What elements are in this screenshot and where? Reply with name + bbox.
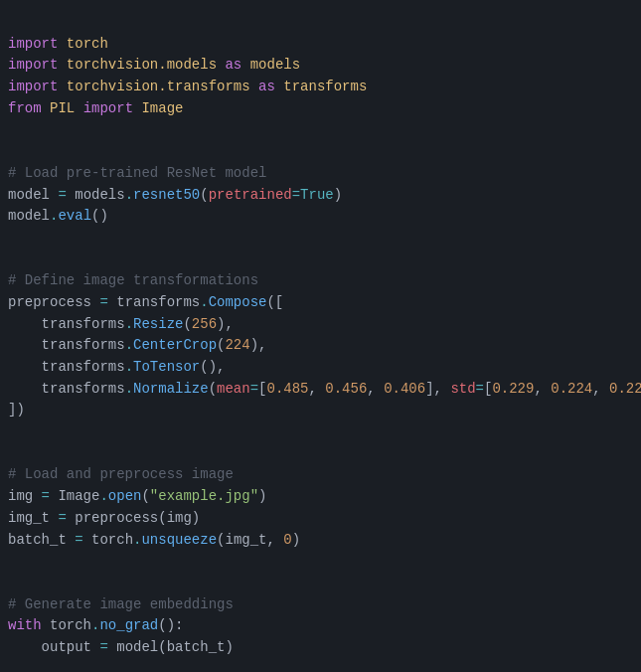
line-15: # Load and preprocess image bbox=[8, 466, 234, 482]
line-2: import torchvision.models as models bbox=[8, 57, 300, 73]
line-5: # Load pre-trained ResNet model bbox=[8, 165, 266, 181]
line-3: import torchvision.transforms as transfo… bbox=[8, 79, 367, 94]
line-12: transforms.ToTensor(), bbox=[8, 359, 225, 375]
line-14: ]) bbox=[8, 402, 25, 418]
line-6: model = models.resnet50(pretrained=True) bbox=[8, 187, 342, 203]
code-editor: import torch import torchvision.models a… bbox=[8, 12, 633, 672]
line-11: transforms.CenterCrop(224), bbox=[8, 337, 266, 353]
line-16: img = Image.open("example.jpg") bbox=[8, 488, 266, 504]
line-17: img_t = preprocess(img) bbox=[8, 510, 200, 526]
line-1: import torch bbox=[8, 36, 108, 52]
line-13: transforms.Normalize(mean=[0.485, 0.456,… bbox=[8, 381, 641, 397]
line-20: with torch.no_grad(): bbox=[8, 617, 183, 633]
line-8: # Define image transformations bbox=[8, 272, 258, 288]
line-9: preprocess = transforms.Compose([ bbox=[8, 294, 283, 310]
line-19: # Generate image embeddings bbox=[8, 596, 234, 612]
line-21: output = model(batch_t) bbox=[8, 639, 234, 655]
line-18: batch_t = torch.unsqueeze(img_t, 0) bbox=[8, 532, 300, 548]
line-7: model.eval() bbox=[8, 208, 108, 224]
line-4: from PIL import Image bbox=[8, 100, 183, 116]
line-10: transforms.Resize(256), bbox=[8, 316, 234, 332]
